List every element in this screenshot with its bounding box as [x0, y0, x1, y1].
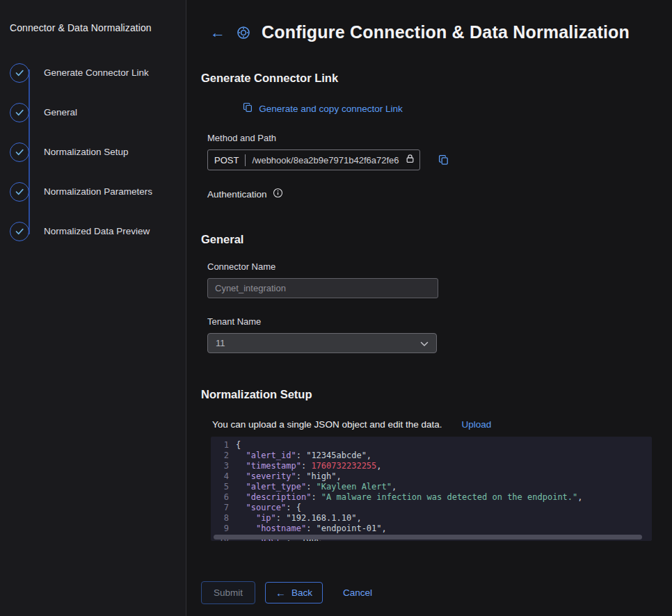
line-number: 7 [211, 503, 229, 513]
step-label: General [44, 107, 77, 117]
code-line: 6 "description": "A malware infection wa… [211, 492, 652, 503]
line-number: 5 [211, 482, 229, 492]
line-content[interactable]: "timestamp": 1760732232255, [229, 461, 382, 471]
configure-connection-window: Connector & Data Normalization Generate … [0, 0, 672, 616]
step-check-icon [10, 182, 29, 202]
upload-hint-row: You can upload a single JSON object and … [212, 419, 653, 430]
lock-icon [406, 154, 415, 166]
tenant-name-label: Tenant Name [207, 316, 438, 327]
step-check-icon [10, 222, 29, 241]
line-content[interactable]: "hostname": "endpoint-01", [229, 524, 387, 534]
generate-copy-link-label: Generate and copy connector Link [259, 104, 402, 114]
stepper-sidebar: Connector & Data Normalization Generate … [0, 0, 186, 616]
line-number: 3 [211, 461, 229, 471]
submit-button[interactable]: Submit [201, 581, 255, 604]
code-line: 8 "ip": "192.168.1.10", [211, 513, 652, 524]
general-form-column: Connector Name Tenant Name 11 [207, 261, 438, 353]
method-path-row: POST /webhook/8ea2b9e7971b42f6a72fe6 [207, 149, 438, 170]
connector-name-label: Connector Name [207, 261, 438, 272]
step-label: Normalized Data Preview [44, 226, 150, 236]
line-content[interactable]: "source": { [229, 503, 301, 513]
section-generate-connector-link: Generate Connector Link Generate and cop… [201, 72, 653, 201]
stepper-step[interactable]: Generate Connector Link [10, 53, 176, 92]
connector-logo-icon [237, 26, 250, 40]
stepper: Generate Connector Link General Normaliz… [10, 53, 176, 251]
back-button-label: Back [291, 587, 312, 598]
back-button-arrow-icon: ← [275, 587, 286, 598]
line-content[interactable]: "ip": "192.168.1.10", [229, 513, 362, 524]
step-check-icon [10, 143, 29, 162]
line-number: 4 [211, 471, 229, 482]
footer-actions: Submit ← Back Cancel [201, 581, 653, 604]
authentication-row: Authentication [207, 188, 438, 201]
method-path-label: Method and Path [207, 133, 438, 143]
stepper-step[interactable]: General [10, 92, 176, 132]
method-separator [245, 154, 246, 166]
code-line: 7 "source": { [211, 503, 652, 513]
sidebar-title: Connector & Data Normalization [10, 22, 176, 33]
code-lines: 1 { 2 "alert_id": "12345abcde", 3 "times… [211, 440, 652, 541]
line-number: 6 [211, 492, 229, 503]
section-general: General Connector Name Tenant Name 11 [201, 233, 653, 353]
cancel-button[interactable]: Cancel [340, 582, 375, 603]
code-line: 9 "hostname": "endpoint-01", [211, 524, 652, 534]
step-label: Normalization Parameters [44, 186, 152, 197]
stepper-step[interactable]: Normalization Setup [10, 132, 176, 172]
info-icon[interactable] [273, 188, 283, 201]
tenant-name-select[interactable]: 11 [207, 333, 437, 353]
copy-icon [243, 102, 253, 115]
method-path-input[interactable]: POST /webhook/8ea2b9e7971b42f6a72fe6 [207, 149, 420, 170]
stepper-step[interactable]: Normalization Parameters [10, 172, 176, 211]
step-check-icon [10, 63, 29, 83]
main-content: ← Configure Connection & Data Normalizat… [186, 0, 672, 616]
generate-copy-link-button[interactable]: Generate and copy connector Link [207, 102, 438, 115]
code-line: 1 { [211, 440, 652, 451]
line-content[interactable]: "alert_id": "12345abcde", [229, 451, 371, 461]
step-label: Normalization Setup [44, 147, 129, 157]
line-number: 9 [211, 524, 229, 534]
page-title: Configure Connection & Data Normalizatio… [262, 22, 630, 42]
line-content[interactable]: "alert_type": "Kayleen Alert", [229, 482, 397, 492]
code-line: 4 "severity": "high", [211, 471, 652, 482]
section-normalization-setup: Normalization Setup You can upload a sin… [201, 388, 653, 541]
step-check-icon [10, 103, 29, 122]
page-header: ← Configure Connection & Data Normalizat… [210, 22, 653, 42]
line-content[interactable]: "description": "A malware infection was … [229, 492, 583, 503]
generate-section-heading: Generate Connector Link [201, 72, 653, 85]
back-button[interactable]: ← Back [265, 582, 323, 603]
stepper-step[interactable]: Normalized Data Preview [10, 211, 176, 251]
back-arrow-icon[interactable]: ← [210, 25, 225, 40]
general-section-heading: General [201, 233, 653, 246]
tenant-name-value: 11 [216, 338, 225, 348]
upload-button[interactable]: Upload [462, 419, 492, 430]
chevron-down-icon [420, 337, 429, 350]
http-method: POST [214, 155, 239, 165]
code-line: 2 "alert_id": "12345abcde", [211, 451, 652, 461]
line-content[interactable]: "severity": "high", [229, 471, 342, 482]
json-code-editor[interactable]: 1 { 2 "alert_id": "12345abcde", 3 "times… [211, 437, 652, 541]
copy-path-button[interactable] [438, 154, 449, 165]
line-content[interactable]: { [229, 440, 241, 451]
line-number: 1 [211, 440, 229, 451]
step-label: Generate Connector Link [44, 67, 149, 78]
line-number: 2 [211, 451, 229, 461]
webhook-path: /webhook/8ea2b9e7971b42f6a72fe6 [252, 155, 399, 165]
line-number: 8 [211, 513, 229, 524]
connector-name-input[interactable] [207, 278, 438, 298]
normalization-section-heading: Normalization Setup [201, 388, 653, 401]
upload-hint-text: You can upload a single JSON object and … [212, 419, 442, 430]
code-line: 3 "timestamp": 1760732232255, [211, 461, 652, 471]
authentication-label: Authentication [207, 189, 267, 200]
generate-form-column: Generate and copy connector Link Method … [207, 102, 438, 201]
editor-horizontal-scrollbar[interactable] [214, 535, 642, 540]
code-line: 5 "alert_type": "Kayleen Alert", [211, 482, 652, 492]
